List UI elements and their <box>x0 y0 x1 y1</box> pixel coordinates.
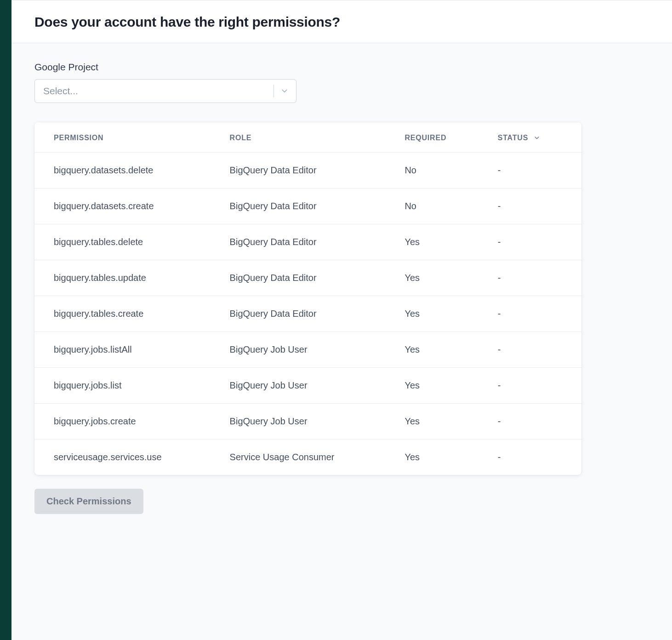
table-row: serviceusage.services.useService Usage C… <box>34 440 581 475</box>
table-row: bigquery.jobs.createBigQuery Job UserYes… <box>34 404 581 440</box>
header-permission: PERMISSION <box>34 122 221 153</box>
cell-status: - <box>489 260 581 296</box>
cell-required: Yes <box>395 260 488 296</box>
cell-permission: bigquery.tables.update <box>34 260 221 296</box>
cell-role: BigQuery Data Editor <box>221 296 396 332</box>
cell-required: Yes <box>395 404 488 440</box>
sidebar-stripe <box>0 0 11 640</box>
cell-required: Yes <box>395 224 488 260</box>
cell-permission: bigquery.jobs.create <box>34 404 221 440</box>
table-row: bigquery.tables.createBigQuery Data Edit… <box>34 296 581 332</box>
header: Does your account have the right permiss… <box>11 0 672 43</box>
cell-required: No <box>395 189 488 224</box>
cell-required: Yes <box>395 332 488 368</box>
cell-status: - <box>489 440 581 475</box>
cell-role: BigQuery Data Editor <box>221 260 396 296</box>
permissions-table-card: PERMISSION ROLE REQUIRED STATUS bigquery… <box>34 122 581 475</box>
table-row: bigquery.jobs.listAllBigQuery Job UserYe… <box>34 332 581 368</box>
cell-permission: bigquery.jobs.list <box>34 368 221 404</box>
table-row: bigquery.datasets.createBigQuery Data Ed… <box>34 189 581 224</box>
chevron-down-icon <box>279 86 290 96</box>
cell-role: Service Usage Consumer <box>221 440 396 475</box>
header-required: REQUIRED <box>395 122 488 153</box>
cell-role: BigQuery Data Editor <box>221 224 396 260</box>
table-row: bigquery.datasets.deleteBigQuery Data Ed… <box>34 153 581 189</box>
project-select-wrapper: Select... <box>34 79 296 103</box>
table-row: bigquery.jobs.listBigQuery Job UserYes- <box>34 368 581 404</box>
table-row: bigquery.tables.deleteBigQuery Data Edit… <box>34 224 581 260</box>
project-select-label: Google Project <box>34 62 649 73</box>
cell-status: - <box>489 296 581 332</box>
header-status-label: STATUS <box>498 134 528 142</box>
cell-permission: serviceusage.services.use <box>34 440 221 475</box>
select-indicator <box>273 85 290 97</box>
check-permissions-button[interactable]: Check Permissions <box>34 489 143 514</box>
cell-permission: bigquery.tables.delete <box>34 224 221 260</box>
cell-permission: bigquery.datasets.delete <box>34 153 221 189</box>
cell-permission: bigquery.datasets.create <box>34 189 221 224</box>
cell-role: BigQuery Data Editor <box>221 189 396 224</box>
cell-status: - <box>489 332 581 368</box>
chevron-down-icon <box>533 134 541 142</box>
cell-status: - <box>489 368 581 404</box>
cell-role: BigQuery Job User <box>221 404 396 440</box>
permissions-table: PERMISSION ROLE REQUIRED STATUS bigquery… <box>34 122 581 475</box>
cell-status: - <box>489 153 581 189</box>
cell-status: - <box>489 404 581 440</box>
cell-permission: bigquery.jobs.listAll <box>34 332 221 368</box>
cell-role: BigQuery Job User <box>221 332 396 368</box>
table-header-row: PERMISSION ROLE REQUIRED STATUS <box>34 122 581 153</box>
cell-required: Yes <box>395 368 488 404</box>
cell-required: Yes <box>395 296 488 332</box>
main-content: Does your account have the right permiss… <box>11 0 672 640</box>
cell-required: No <box>395 153 488 189</box>
header-status[interactable]: STATUS <box>489 122 581 153</box>
cell-required: Yes <box>395 440 488 475</box>
project-select[interactable]: Select... <box>34 79 296 103</box>
header-role: ROLE <box>221 122 396 153</box>
cell-status: - <box>489 224 581 260</box>
cell-role: BigQuery Data Editor <box>221 153 396 189</box>
page-title: Does your account have the right permiss… <box>34 14 649 30</box>
cell-status: - <box>489 189 581 224</box>
cell-permission: bigquery.tables.create <box>34 296 221 332</box>
table-row: bigquery.tables.updateBigQuery Data Edit… <box>34 260 581 296</box>
content-area: Google Project Select... PERMISSION ROLE… <box>11 43 672 640</box>
select-separator <box>273 85 274 97</box>
cell-role: BigQuery Job User <box>221 368 396 404</box>
project-select-placeholder: Select... <box>43 86 78 97</box>
